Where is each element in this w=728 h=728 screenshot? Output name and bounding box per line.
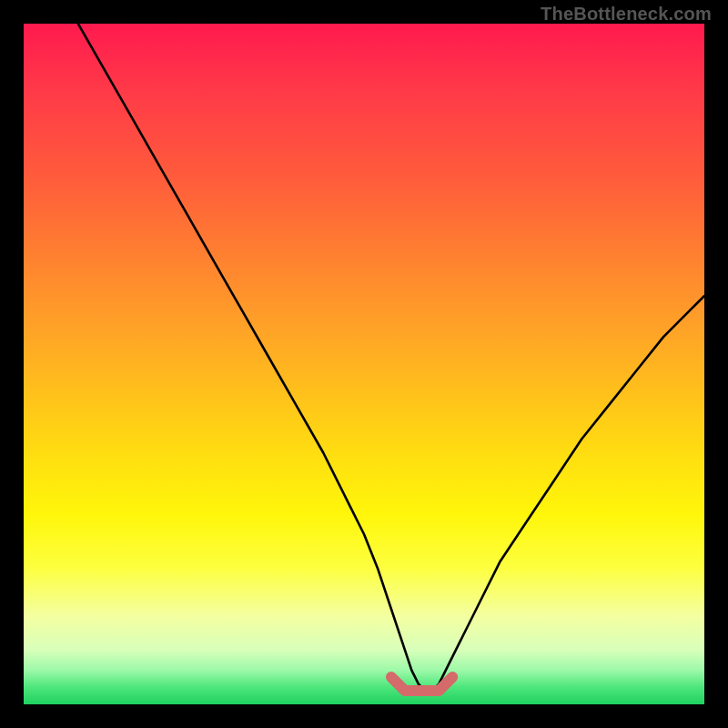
valley-highlight <box>391 677 452 691</box>
bottleneck-curve <box>78 24 704 691</box>
chart-container: TheBottleneck.com <box>0 0 728 728</box>
curve-overlay <box>24 24 704 704</box>
plot-area <box>24 24 704 704</box>
watermark-text: TheBottleneck.com <box>541 4 712 25</box>
